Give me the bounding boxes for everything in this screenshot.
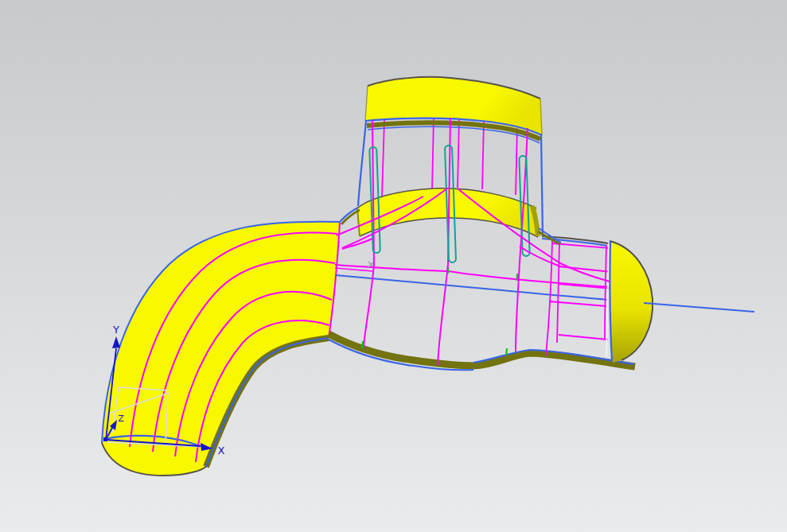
tick-mark (362, 341, 363, 348)
wcs-x-label: X (218, 445, 225, 456)
wcs-z-label: Z (118, 414, 124, 424)
wcs-origin-handle[interactable] (103, 437, 107, 441)
cad-viewport[interactable]: Y X Z (0, 0, 787, 532)
tick-mark (506, 348, 507, 355)
wcs-y-label: Y (112, 324, 119, 336)
